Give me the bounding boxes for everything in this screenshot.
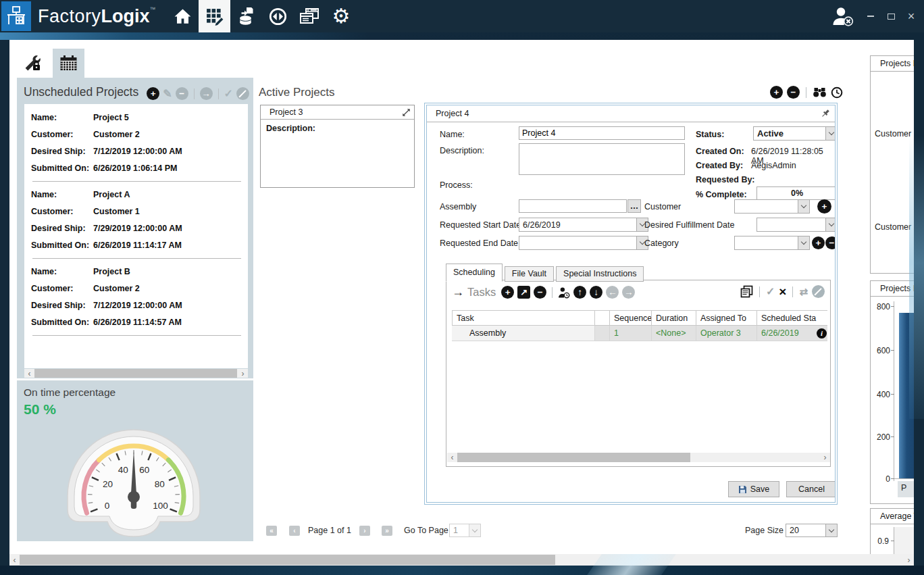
remove-detail-button[interactable]: − <box>787 86 800 99</box>
tab-scheduling[interactable]: Scheduling <box>446 264 503 282</box>
col-spacer[interactable] <box>595 310 610 326</box>
tasks-h-scrollbar[interactable]: ‹ › <box>447 453 830 462</box>
active-project-card[interactable]: Project 3 Description: <box>260 105 415 188</box>
move-task-left-button[interactable]: ← <box>606 286 619 299</box>
minimize-button[interactable] <box>863 9 878 24</box>
cell-scheduled-start[interactable]: 6/26/2019i <box>757 326 827 341</box>
name-input[interactable] <box>519 126 685 140</box>
cancel-icon[interactable] <box>812 285 825 298</box>
edit-project-icon[interactable]: ✎ <box>163 87 172 100</box>
assign-operator-icon[interactable] <box>558 286 570 299</box>
copy-schedule-icon[interactable] <box>740 285 753 298</box>
col-sequence[interactable]: Sequence <box>610 310 652 326</box>
save-button[interactable]: Save <box>728 481 779 497</box>
next-page-icon[interactable]: › <box>359 526 370 536</box>
chevron-down-icon[interactable] <box>798 200 809 213</box>
cell-sequence[interactable]: 1 <box>610 326 652 341</box>
main-h-scrollbar[interactable]: ‹ › <box>9 554 914 566</box>
documents-icon[interactable] <box>294 0 326 32</box>
cell-assigned-to[interactable]: Operator 3 <box>696 326 757 341</box>
projects-icon[interactable] <box>199 0 230 32</box>
pin-icon[interactable] <box>821 109 830 118</box>
tab-file-vault[interactable]: File Vault <box>505 266 554 282</box>
first-page-icon[interactable]: « <box>266 526 277 536</box>
col-assigned-to[interactable]: Assigned To <box>696 310 757 326</box>
move-task-down-button[interactable]: ↓ <box>590 286 602 299</box>
scroll-left-icon[interactable]: ‹ <box>447 453 457 461</box>
cancel-button[interactable]: Cancel <box>786 481 836 497</box>
col-task[interactable]: Task <box>452 310 595 326</box>
tab-scheduling-calendar-icon[interactable] <box>53 49 84 78</box>
settings-icon[interactable]: ⚙ <box>326 0 357 32</box>
list-item[interactable]: Name:Project A Customer:Customer 1 Desir… <box>31 186 248 254</box>
remove-category-button[interactable]: − <box>825 236 836 249</box>
category-select[interactable] <box>734 236 810 250</box>
chevron-down-icon[interactable] <box>825 524 837 536</box>
tab-setup-wrench-icon[interactable] <box>17 49 49 78</box>
remove-task-button[interactable]: − <box>534 286 546 299</box>
col-scheduled-start[interactable]: Scheduled Sta <box>757 310 827 326</box>
customer-select[interactable] <box>734 199 810 214</box>
chevron-down-icon[interactable] <box>825 127 836 140</box>
requested-start-select[interactable]: 6/26/2019 <box>519 218 648 232</box>
assembly-input[interactable] <box>519 199 627 213</box>
scroll-left-icon[interactable]: ‹ <box>24 370 34 378</box>
scroll-thumb[interactable] <box>457 453 690 462</box>
home-icon[interactable] <box>167 0 199 32</box>
list-item[interactable]: Name:Project B Customer:Customer 2 Desir… <box>31 264 248 331</box>
list-item[interactable]: Name:Project 5 Customer:Customer 2 Desir… <box>31 109 248 177</box>
tab-special-instructions[interactable]: Special Instructions <box>556 266 644 282</box>
fulfillment-select[interactable] <box>756 218 836 232</box>
history-clock-icon[interactable] <box>831 86 843 99</box>
scroll-thumb[interactable] <box>20 555 555 565</box>
materials-icon[interactable] <box>230 0 262 32</box>
info-icon[interactable]: i <box>817 328 827 339</box>
scroll-thumb[interactable] <box>34 369 237 378</box>
status-select[interactable]: Active <box>753 126 836 141</box>
add-customer-button[interactable]: + <box>817 199 831 214</box>
last-page-icon[interactable]: » <box>382 526 392 536</box>
assembly-browse-button[interactable]: … <box>627 199 641 213</box>
description-input[interactable] <box>519 143 685 175</box>
created-by-value: AegisAdmin <box>751 161 796 170</box>
page-size-select[interactable]: 20 <box>786 524 838 537</box>
find-binoculars-icon[interactable] <box>813 87 827 97</box>
remove-project-button[interactable]: − <box>176 87 188 100</box>
chevron-down-icon[interactable] <box>798 236 809 249</box>
scroll-right-icon[interactable]: › <box>238 370 248 378</box>
confirm-icon[interactable]: ✓ <box>766 285 775 298</box>
scroll-right-icon[interactable]: › <box>904 556 914 564</box>
cell-duration[interactable]: <None> <box>652 326 696 341</box>
logout-user-icon[interactable] <box>829 9 856 24</box>
description-label: Description: <box>440 146 484 155</box>
goto-page-select[interactable]: 1 <box>449 524 481 537</box>
unscheduled-h-scrollbar[interactable]: ‹ › <box>24 369 248 378</box>
requested-end-select[interactable] <box>519 236 648 250</box>
scroll-right-icon[interactable]: › <box>820 453 830 461</box>
import-task-button[interactable]: ↗ <box>517 286 530 299</box>
chevron-down-icon[interactable] <box>825 218 836 231</box>
scroll-left-icon[interactable]: ‹ <box>9 556 20 564</box>
cell-task[interactable]: Assembly <box>452 326 595 341</box>
delete-icon[interactable]: × <box>779 285 786 298</box>
prev-page-icon[interactable]: ‹ <box>289 526 300 536</box>
shuffle-icon[interactable]: ⇄ <box>799 286 808 298</box>
production-icon[interactable] <box>262 0 294 32</box>
approve-project-icon[interactable]: ✓ <box>224 87 233 100</box>
page-indicator: Page 1 of 1 <box>308 526 351 535</box>
add-detail-button[interactable]: + <box>770 86 783 99</box>
close-button[interactable]: × <box>904 9 919 24</box>
add-task-button[interactable]: + <box>501 286 514 299</box>
table-row[interactable]: Assembly 1 <None> Operator 3 6/26/2019i <box>452 326 827 341</box>
add-category-button[interactable]: + <box>812 236 825 249</box>
add-project-button[interactable]: + <box>147 87 159 100</box>
activate-project-button[interactable]: → <box>200 87 213 100</box>
expand-icon[interactable] <box>402 108 411 117</box>
move-task-up-button[interactable]: ↑ <box>573 286 586 299</box>
cell-spacer <box>595 326 610 341</box>
category-label: Category <box>644 239 679 248</box>
move-task-right-button[interactable]: → <box>622 286 635 299</box>
col-duration[interactable]: Duration <box>652 310 696 326</box>
maximize-button[interactable] <box>883 9 898 24</box>
cancel-project-icon[interactable] <box>236 87 249 100</box>
